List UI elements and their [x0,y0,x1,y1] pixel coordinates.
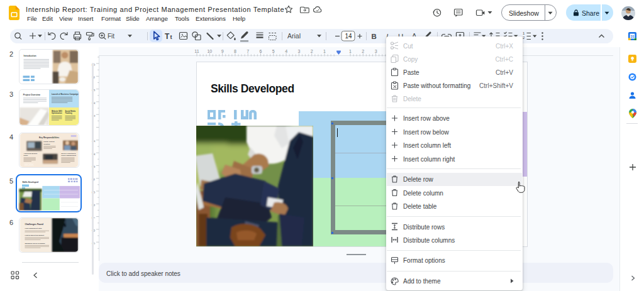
svg-text:3: 3 [375,49,377,53]
svg-text:Curation: Curation [43,143,50,145]
svg-text:Low engagement rates: Low engagement rates [25,228,42,229]
svg-text:1: 1 [349,49,352,53]
svg-text:1: 1 [323,49,326,53]
svg-text:Skills Developed: Skills Developed [22,180,38,183]
svg-text:Managing Unreal Demands: Managing Unreal Demands [25,243,45,244]
svg-text:7: 7 [247,49,249,53]
svg-text:4: 4 [285,49,287,53]
svg-text:Key Responsibilities: Key Responsibilities [39,136,59,139]
svg-text:11: 11 [194,49,199,53]
svg-text:5: 5 [272,49,275,53]
svg-text:WORK: WORK [24,163,34,167]
svg-text:2: 2 [362,49,364,53]
svg-text:9: 9 [221,49,224,53]
svg-text:8: 8 [234,49,236,53]
svg-text:Tracking: Tracking [65,112,72,114]
svg-text:Challenges Faced: Challenges Faced [25,223,43,226]
svg-text:10: 10 [207,49,212,53]
svg-text:Launch of Business Campaign: Launch of Business Campaign [52,93,79,96]
svg-text:Project Overview: Project Overview [23,94,40,96]
svg-text:3: 3 [297,49,300,53]
svg-text:6: 6 [260,49,262,53]
svg-text:Limited Marketing Budget: Limited Marketing Budget [25,234,44,236]
svg-text:2: 2 [311,49,313,53]
svg-text:Introduction: Introduction [24,55,36,57]
svg-text:Optimisation: Optimisation [52,112,62,114]
svg-text:traffic: traffic [24,155,29,156]
svg-text:senior management: senior management [61,155,76,156]
